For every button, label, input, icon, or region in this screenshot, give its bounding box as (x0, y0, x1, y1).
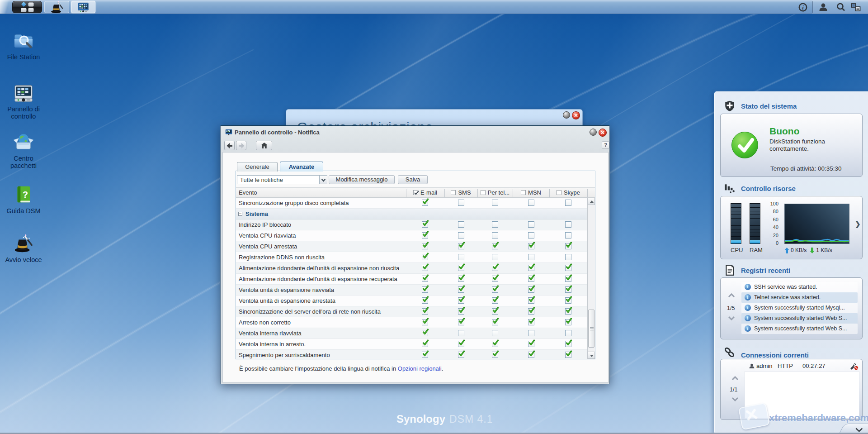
notify-checkbox-checked[interactable] (422, 276, 428, 282)
notify-checkbox-checked[interactable] (492, 341, 498, 347)
notify-checkbox-checked[interactable] (422, 330, 428, 336)
notify-checkbox-unchecked[interactable] (492, 200, 498, 206)
bgwin-close-button[interactable]: ✕ (572, 111, 580, 119)
notify-checkbox-checked[interactable] (565, 297, 571, 304)
notify-checkbox-checked[interactable] (565, 265, 571, 271)
help-button[interactable]: ? (602, 141, 609, 149)
header-checkbox[interactable] (451, 190, 456, 195)
notify-checkbox-unchecked[interactable] (528, 221, 534, 228)
desktop-icon-avvio-veloce[interactable]: Avvio veloce (0, 233, 47, 263)
main-menu-button[interactable] (12, 1, 42, 13)
notify-checkbox-checked[interactable] (422, 319, 428, 325)
column-header-pertel[interactable]: Per tel... (477, 189, 513, 196)
notify-checkbox-unchecked[interactable] (458, 200, 464, 206)
scroll-down-button[interactable] (588, 352, 595, 359)
notify-checkbox-checked[interactable] (422, 341, 428, 347)
notify-checkbox-unchecked[interactable] (528, 254, 534, 260)
tab-avanzate[interactable]: Avanzate (280, 162, 323, 172)
notify-checkbox-checked[interactable] (422, 286, 428, 293)
notify-checkbox-checked[interactable] (422, 352, 428, 358)
vertical-scrollbar[interactable] (587, 198, 595, 359)
notify-checkbox-unchecked[interactable] (565, 221, 571, 228)
column-header-email[interactable]: E-mail (406, 189, 444, 196)
notify-checkbox-checked[interactable] (458, 319, 464, 325)
show-desktop-button[interactable] (0, 0, 10, 14)
notify-checkbox-checked[interactable] (565, 276, 571, 282)
column-header-sms[interactable]: SMS (444, 189, 477, 196)
notify-checkbox-checked[interactable] (492, 276, 498, 282)
log-entry[interactable]: iSystem successfully started Web S... (741, 324, 858, 334)
notify-checkbox-checked[interactable] (528, 265, 534, 271)
notify-checkbox-checked[interactable] (528, 297, 534, 304)
log-entry[interactable]: iTelnet service was started. (741, 292, 858, 303)
notify-checkbox-checked[interactable] (528, 341, 534, 347)
desktop-icon-pannello-di-controllo[interactable]: Pannello dicontrollo (0, 82, 47, 120)
header-checkbox[interactable] (413, 190, 418, 195)
notify-checkbox-checked[interactable] (528, 352, 534, 358)
notify-checkbox-checked[interactable] (528, 286, 534, 293)
group-row-sistema[interactable]: Sistema (236, 209, 587, 219)
notify-checkbox-checked[interactable] (422, 254, 428, 260)
logs-page-up-icon[interactable] (728, 293, 735, 298)
info-icon[interactable]: i (798, 2, 808, 12)
desktop-icon-file-station[interactable]: File Station (0, 30, 47, 61)
notify-checkbox-unchecked[interactable] (458, 330, 464, 336)
dialog-close-button[interactable]: ✕ (599, 129, 607, 137)
notification-filter-select[interactable]: Tutte le notifiche (237, 175, 327, 184)
notify-checkbox-checked[interactable] (492, 243, 498, 249)
notify-checkbox-unchecked[interactable] (458, 254, 464, 260)
notify-checkbox-checked[interactable] (492, 297, 498, 304)
collapse-group-icon[interactable] (238, 212, 242, 216)
notify-checkbox-checked[interactable] (528, 308, 534, 315)
disconnect-icon[interactable] (849, 363, 859, 370)
notify-checkbox-checked[interactable] (422, 200, 428, 206)
notify-checkbox-checked[interactable] (422, 308, 428, 315)
notify-checkbox-checked[interactable] (422, 243, 428, 249)
notify-checkbox-checked[interactable] (565, 286, 571, 293)
bgwin-minimize-button[interactable] (563, 111, 570, 119)
log-entry[interactable]: iSystem successfully started Mysql... (741, 303, 858, 313)
notify-checkbox-unchecked[interactable] (528, 232, 534, 238)
logs-page-down-icon[interactable] (728, 316, 735, 320)
header-checkbox[interactable] (481, 190, 486, 195)
pilot-view-icon[interactable] (851, 2, 861, 12)
user-icon[interactable] (818, 2, 828, 12)
forward-button[interactable] (236, 141, 246, 150)
notify-checkbox-checked[interactable] (492, 286, 498, 293)
notify-checkbox-unchecked[interactable] (492, 330, 498, 336)
conn-page-down-icon[interactable] (731, 397, 739, 401)
notify-checkbox-checked[interactable] (458, 265, 464, 271)
notify-checkbox-checked[interactable] (492, 319, 498, 325)
search-icon[interactable] (836, 2, 846, 12)
notify-checkbox-checked[interactable] (565, 243, 571, 249)
select-dropdown-icon[interactable] (319, 176, 327, 184)
notify-checkbox-unchecked[interactable] (492, 221, 498, 228)
notify-checkbox-checked[interactable] (458, 308, 464, 315)
notify-checkbox-checked[interactable] (492, 265, 498, 271)
notify-checkbox-checked[interactable] (492, 352, 498, 358)
log-entry[interactable]: iSystem successfully started Web S... (741, 313, 858, 324)
notify-checkbox-unchecked[interactable] (458, 232, 464, 238)
edit-message-button[interactable]: Modifica messaggio (329, 175, 395, 184)
column-header-skype[interactable]: Skype (549, 189, 587, 196)
conn-page-up-icon[interactable] (731, 376, 739, 381)
scroll-up-button[interactable] (588, 198, 595, 205)
back-button[interactable] (224, 141, 235, 150)
quick-launch-button[interactable] (44, 1, 69, 13)
dialog-minimize-button[interactable] (590, 129, 597, 136)
notify-checkbox-checked[interactable] (565, 319, 571, 325)
desktop-icon-centro-pacchetti[interactable]: Centropacchetti (0, 132, 47, 169)
notify-checkbox-unchecked[interactable] (528, 330, 534, 336)
notify-checkbox-checked[interactable] (492, 308, 498, 315)
tab-generale[interactable]: Generale (237, 162, 278, 172)
notify-checkbox-checked[interactable] (565, 352, 571, 358)
notify-checkbox-unchecked[interactable] (565, 330, 571, 336)
notify-checkbox-checked[interactable] (528, 276, 534, 282)
notify-checkbox-unchecked[interactable] (565, 200, 571, 206)
notify-checkbox-unchecked[interactable] (565, 254, 571, 260)
notify-checkbox-checked[interactable] (422, 297, 428, 304)
notify-checkbox-checked[interactable] (458, 352, 464, 358)
notify-checkbox-checked[interactable] (458, 243, 464, 249)
notify-checkbox-checked[interactable] (528, 319, 534, 325)
notify-checkbox-unchecked[interactable] (565, 232, 571, 238)
